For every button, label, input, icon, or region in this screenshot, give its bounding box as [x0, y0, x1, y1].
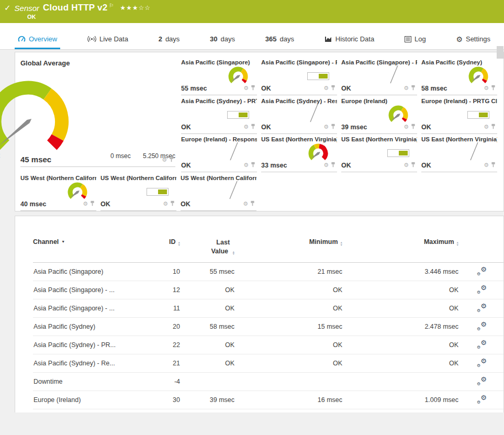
sort-carets-icon: ▲▼ — [232, 251, 235, 255]
cell-channel[interactable]: Europe (Ireland) - PRTG Cl... — [33, 409, 136, 412]
tab-log[interactable]: Log — [401, 30, 429, 49]
column-header-id[interactable]: ID▲▼ — [136, 238, 181, 262]
scrollbar-stub[interactable] — [497, 46, 503, 59]
channel-row[interactable]: Asia Pacific (Singapore) - ...12OKOKOK⚙⚙ — [33, 281, 504, 299]
pin-icon[interactable] — [331, 160, 335, 170]
cell-last-value: 58 msec — [181, 317, 235, 336]
tab-2-days[interactable]: 2days — [155, 30, 183, 49]
tab-live-data[interactable]: Live Data — [84, 30, 131, 49]
cell-channel[interactable]: Asia Pacific (Sydney) - PR... — [33, 336, 136, 354]
pin-icon[interactable] — [251, 83, 255, 93]
channel-tile[interactable]: US West (Northern California)...OK⚙ — [181, 173, 256, 211]
tab-365-days[interactable]: 365days — [262, 30, 297, 49]
tab-30-days[interactable]: 30days — [207, 30, 238, 49]
channel-tile[interactable]: Europe (Ireland) - PRTG Cloud...OK⚙ — [421, 96, 497, 134]
tab-settings[interactable]: ⚙Settings — [453, 30, 494, 49]
tab-historic-data[interactable]: Historic Data — [321, 30, 377, 49]
tile-icon-group: ⚙ — [484, 83, 496, 93]
cell-channel[interactable]: Asia Pacific (Singapore) - ... — [33, 281, 136, 299]
channel-tile[interactable]: US West (Northern California)...OK⚙ — [100, 173, 176, 211]
channel-row[interactable]: Asia Pacific (Singapore) - ...11OKOKOK⚙⚙ — [33, 299, 504, 317]
tile-value: OK — [261, 124, 271, 131]
channel-tile[interactable]: US East (Northern Virginia)33 msec⚙ — [261, 135, 337, 172]
cell-channel[interactable]: Asia Pacific (Singapore) - ... — [33, 299, 136, 317]
tab-overview[interactable]: Overview — [15, 30, 60, 49]
gear-icon[interactable]: ⚙ — [484, 162, 489, 168]
pin-icon[interactable] — [331, 83, 335, 93]
channel-tile[interactable]: Asia Pacific (Sydney) - PRTG ...OK⚙ — [181, 96, 257, 134]
channel-tile[interactable]: Asia Pacific (Singapore) - Res...OK⚙ — [341, 58, 417, 95]
column-header-max[interactable]: Maximum▲▼ — [343, 238, 459, 262]
gear-icon[interactable]: ⚙ — [243, 85, 249, 91]
cell-channel[interactable]: Europe (Ireland) — [33, 391, 136, 409]
tab-strip: OverviewLive Data2days30days365daysHisto… — [0, 23, 504, 50]
channel-tile[interactable]: US East (Northern Virginia) - ...OK⚙ — [341, 135, 417, 172]
cell-channel[interactable]: Asia Pacific (Sydney) - Re... — [33, 354, 136, 372]
edit-channel-icon[interactable]: ⚙⚙ — [477, 376, 487, 385]
channel-tile[interactable]: Asia Pacific (Sydney) - Respo...OK⚙ — [261, 96, 337, 134]
channel-row[interactable]: Asia Pacific (Sydney) - PR...22OKOKOK⚙⚙ — [33, 336, 504, 354]
edit-channel-icon[interactable]: ⚙⚙ — [477, 340, 487, 348]
cell-id: -4 — [136, 372, 181, 391]
channel-tile[interactable]: Asia Pacific (Singapore)55 msec⚙ — [181, 58, 257, 95]
gear-icon[interactable]: ⚙ — [404, 85, 409, 91]
channel-row[interactable]: Europe (Ireland) - PRTG Cl...32OKOKOK⚙⚙ — [33, 409, 504, 412]
gear-icon[interactable]: ⚙ — [404, 162, 409, 168]
column-header-channel[interactable]: Channel▼ — [33, 238, 136, 262]
gear-icon[interactable]: ⚙ — [243, 124, 249, 130]
channel-tile[interactable]: US West (Northern California)40 msec⚙ — [20, 173, 96, 211]
flag-icon[interactable]: ⚐ — [109, 3, 114, 8]
channel-row[interactable]: Asia Pacific (Sydney) - Re...21OKOKOK⚙⚙ — [33, 354, 504, 372]
gear-icon[interactable]: ⚙ — [243, 162, 249, 168]
edit-channel-icon[interactable]: ⚙⚙ — [477, 303, 487, 311]
pin-icon[interactable] — [411, 122, 416, 131]
channel-row[interactable]: Asia Pacific (Singapore)1055 msec21 msec… — [33, 262, 504, 281]
pin-icon[interactable] — [250, 199, 255, 208]
cell-id: 10 — [136, 262, 181, 281]
gear-icon[interactable]: ⚙ — [404, 124, 409, 130]
pin-icon[interactable] — [491, 160, 496, 170]
edit-channel-icon[interactable]: ⚙⚙ — [477, 285, 487, 293]
gear-icon[interactable]: ⚙ — [323, 85, 329, 91]
gear-icon[interactable]: ⚙ — [484, 85, 489, 91]
pin-icon[interactable] — [491, 122, 496, 131]
channel-tile[interactable]: Asia Pacific (Singapore) - PR...OK⚙ — [261, 58, 337, 95]
column-header-min[interactable]: Minimum▲▼ — [235, 238, 343, 262]
pin-icon[interactable] — [251, 160, 255, 170]
gear-icon[interactable]: ⚙ — [83, 201, 88, 207]
channel-tile[interactable]: Asia Pacific (Sydney)58 msec⚙ — [421, 58, 497, 95]
channel-row[interactable]: Europe (Ireland)3039 msec16 msec1.009 ms… — [33, 391, 504, 409]
channel-tile[interactable]: Europe (Ireland) - Response C...OK⚙ — [181, 135, 257, 172]
gear-icon[interactable]: ⚙ — [484, 124, 489, 130]
pin-icon[interactable] — [169, 155, 174, 164]
cell-minimum: 15 msec — [235, 317, 343, 336]
pin-icon[interactable] — [411, 83, 416, 93]
column-label: LastValue ▲▼ — [211, 238, 235, 256]
gear-icon[interactable]: ⚙ — [163, 201, 168, 207]
cell-channel[interactable]: Asia Pacific (Sydney) — [33, 317, 136, 336]
pin-icon[interactable] — [90, 199, 95, 208]
channel-row[interactable]: Downtime-4⚙⚙ — [33, 372, 504, 391]
cell-id: 12 — [136, 281, 181, 299]
pin-icon[interactable] — [251, 122, 255, 131]
global-average-tile[interactable]: Global Average x̄ 0 msec 5.250 msec 45 m… — [20, 58, 175, 167]
gear-icon[interactable]: ⚙ — [323, 162, 329, 168]
gear-icon[interactable]: ⚙ — [162, 157, 167, 163]
priority-stars[interactable]: ★★★☆☆ — [120, 4, 151, 12]
pin-icon[interactable] — [411, 160, 416, 170]
edit-channel-icon[interactable]: ⚙⚙ — [477, 358, 487, 366]
gear-icon[interactable]: ⚙ — [323, 124, 329, 130]
edit-channel-icon[interactable]: ⚙⚙ — [477, 395, 487, 403]
pin-icon[interactable] — [331, 122, 335, 131]
cell-channel[interactable]: Asia Pacific (Singapore) — [33, 262, 136, 281]
cell-channel[interactable]: Downtime — [33, 372, 136, 391]
edit-channel-icon[interactable]: ⚙⚙ — [477, 321, 487, 330]
pin-icon[interactable] — [491, 83, 496, 93]
gear-icon[interactable]: ⚙ — [243, 201, 248, 207]
pin-icon[interactable] — [170, 199, 175, 208]
channel-tile[interactable]: US East (Northern Virginia) - ...OK⚙ — [421, 135, 497, 172]
channel-row[interactable]: Asia Pacific (Sydney)2058 msec15 msec2.4… — [33, 317, 504, 336]
column-header-last[interactable]: LastValue ▲▼ — [181, 238, 235, 262]
channel-tile[interactable]: Europe (Ireland)39 msec⚙ — [341, 96, 417, 134]
edit-channel-icon[interactable]: ⚙⚙ — [477, 266, 487, 275]
